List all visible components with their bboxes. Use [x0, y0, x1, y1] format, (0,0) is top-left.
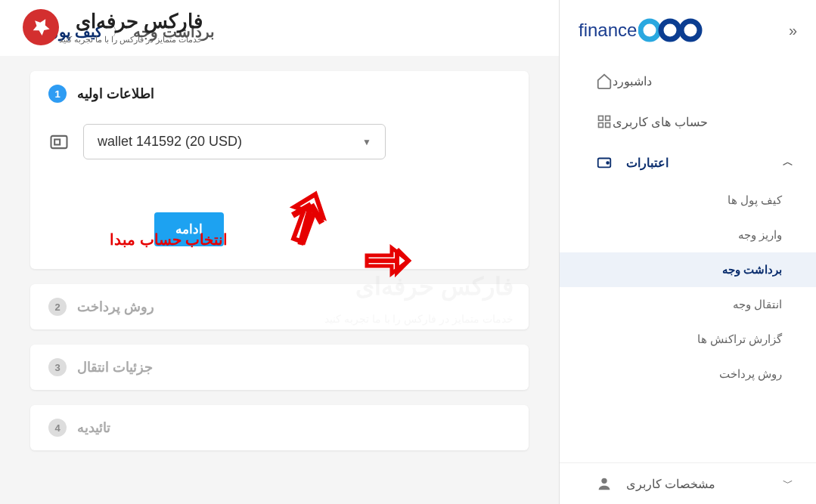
account-icon	[48, 131, 70, 153]
submenu-transactions[interactable]: گزارش تراکنش ها	[560, 322, 816, 357]
sidebar-item-dashboard[interactable]: داشبورد	[560, 60, 816, 101]
brand-logo: finance	[579, 15, 706, 45]
submenu-deposit[interactable]: واریز وجه	[560, 218, 816, 252]
step-card-4[interactable]: تائیدیه 4	[30, 405, 529, 450]
wallet-icon	[596, 154, 613, 171]
svg-rect-4	[606, 116, 610, 121]
step-title: روش پرداخت	[77, 298, 154, 315]
submenu-wallets[interactable]: کیف پول ها	[560, 183, 816, 218]
svg-point-0	[641, 21, 659, 39]
step-number-badge: 4	[48, 419, 67, 437]
step-number-badge: 1	[48, 85, 67, 103]
submenu-withdraw[interactable]: برداشت وجه	[560, 252, 816, 287]
svg-point-2	[681, 21, 700, 39]
annotation-arrow-icon	[280, 189, 333, 249]
sidebar-header: « finance	[560, 0, 816, 60]
chevron-down-icon: ﹀	[783, 477, 793, 490]
sidebar-item-credits[interactable]: ︿ اعتبارات	[560, 142, 816, 183]
step-header: اطلاعات اولیه 1	[30, 71, 529, 116]
grid-icon	[596, 113, 613, 130]
svg-point-8	[607, 162, 609, 164]
opo-logo-icon	[638, 15, 706, 45]
step-card-3[interactable]: جزئیات انتقال 3	[30, 345, 529, 390]
sidebar-item-label: حساب های کاربری	[613, 115, 708, 129]
overlay-logo-icon	[23, 9, 59, 45]
annotation-text: انتخاب حساب مبدا	[110, 230, 228, 249]
wallet-selected-value: wallet 141592 (20 USD)	[98, 134, 242, 150]
overlay-subtitle: خدمات متمایز در فارکس را با ما تجربه کنی…	[59, 35, 203, 45]
svg-rect-5	[599, 123, 603, 128]
submenu-payment-method[interactable]: روش پرداخت	[560, 357, 816, 391]
svg-rect-11	[54, 139, 60, 144]
overlay-title: فارکس حرفه‌ای	[59, 10, 203, 33]
sidebar-item-label: مشخصات کاربری	[626, 477, 715, 491]
svg-rect-6	[606, 123, 610, 128]
svg-point-1	[661, 21, 679, 39]
annotation-arrow-icon	[363, 242, 416, 280]
brand-suffix: finance	[579, 20, 637, 41]
step-title: اطلاعات اولیه	[77, 85, 154, 102]
submenu-transfer[interactable]: انتقال وجه	[560, 287, 816, 322]
sidebar-item-profile[interactable]: ﹀ مشخصات کاربری	[560, 463, 816, 504]
main-content: برداشت وجه 〈 کیف پول ها فارکس حرفه‌ای خد…	[0, 0, 559, 504]
svg-point-9	[601, 478, 607, 484]
home-icon	[596, 73, 613, 89]
watermark-brand: فارکس حرفه‌ای خدمات متمایز در فارکس را ب…	[15, 9, 203, 45]
sidebar-item-accounts[interactable]: حساب های کاربری	[560, 101, 816, 142]
chevron-up-icon: ︿	[783, 156, 793, 169]
collapse-icon[interactable]: «	[789, 22, 797, 39]
sidebar-item-label: اعتبارات	[626, 156, 669, 170]
sidebar-item-label: داشبورد	[613, 74, 652, 88]
step-title: تائیدیه	[77, 419, 110, 436]
step-card-2[interactable]: روش پرداخت 2	[30, 284, 529, 329]
step-title: جزئیات انتقال	[77, 359, 153, 376]
svg-rect-10	[51, 135, 67, 147]
chevron-down-icon: ▼	[362, 137, 371, 147]
step-number-badge: 2	[48, 298, 67, 316]
sidebar: « finance داشبورد حساب های کاربری ︿ اعتب…	[559, 0, 816, 504]
user-icon	[596, 475, 613, 492]
svg-rect-3	[599, 116, 603, 121]
step-number-badge: 3	[48, 358, 67, 376]
wallet-select[interactable]: ▼ wallet 141592 (20 USD)	[83, 124, 386, 159]
